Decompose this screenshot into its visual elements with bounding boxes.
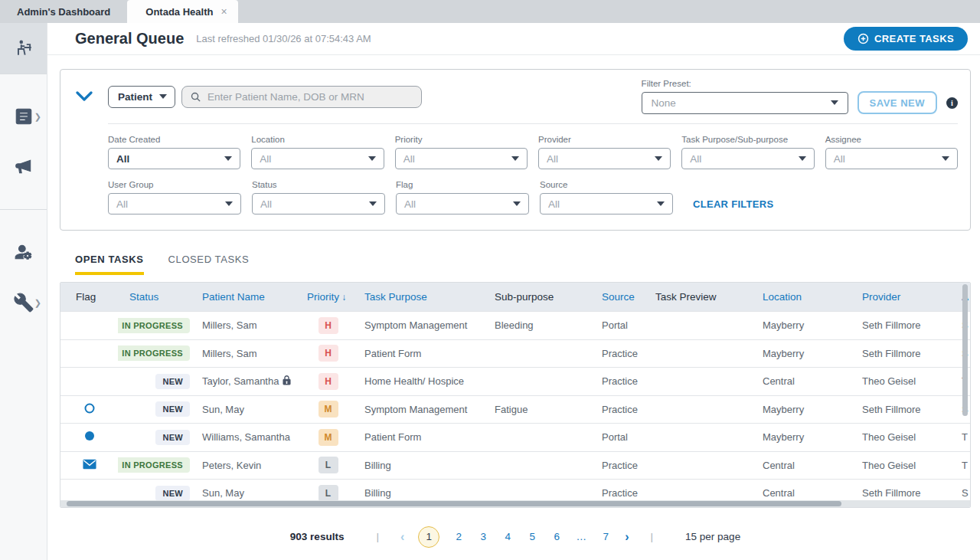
- next-page-button[interactable]: ›: [625, 530, 629, 544]
- cell-location: Central: [755, 460, 854, 471]
- cell-status: NEW: [118, 430, 194, 445]
- column-header-patient-name[interactable]: Patient Name: [194, 291, 299, 303]
- tab-ontada-health[interactable]: Ontada Health ×: [127, 0, 237, 23]
- cell-location: Mayberry: [755, 431, 854, 443]
- table-row[interactable]: NEWWilliams, SamanthaMPatient FormPortal…: [60, 423, 970, 451]
- priority-badge: H: [318, 373, 338, 390]
- filter-field-priority: PriorityAll: [395, 135, 528, 169]
- sidebar-item-documents[interactable]: ❯: [0, 91, 47, 142]
- sort-descending-icon: ↓: [339, 292, 346, 303]
- cell-assignee: T: [954, 431, 970, 443]
- filter-label: Location: [251, 135, 384, 144]
- filter-dropdown-date-created[interactable]: All: [108, 148, 240, 169]
- vertical-scrollbar[interactable]: [962, 284, 968, 416]
- column-header-location[interactable]: Location: [755, 291, 854, 303]
- sidebar-item-queue[interactable]: [0, 23, 47, 74]
- page-button-3[interactable]: 3: [478, 531, 488, 542]
- page-button-6[interactable]: 6: [551, 531, 562, 542]
- collapse-filters-button[interactable]: [60, 91, 108, 102]
- priority-badge: H: [318, 345, 338, 362]
- status-badge: IN PROGRESS: [118, 345, 190, 361]
- caret-down-icon: [799, 156, 806, 161]
- filter-dropdown-flag[interactable]: All: [396, 193, 529, 215]
- table-row[interactable]: NEWTaylor, SamanthaHHome Health/ Hospice…: [60, 367, 970, 395]
- sidebar-item-announcements[interactable]: [0, 142, 47, 192]
- column-header-task-purpose[interactable]: Task Purpose: [357, 291, 487, 303]
- cell-patient-name: Millers, Sam: [194, 319, 299, 331]
- clear-filters-link[interactable]: CLEAR FILTERS: [693, 198, 774, 210]
- sidebar-item-tools[interactable]: ❯: [0, 277, 47, 328]
- cell-provider: Seth Fillmore: [854, 487, 954, 499]
- filter-dropdown-location[interactable]: All: [251, 148, 384, 169]
- column-header-sub-purpose: Sub-purpose: [487, 291, 594, 303]
- page-ellipsis: …: [576, 531, 586, 542]
- close-icon[interactable]: ×: [220, 6, 227, 17]
- page-button-5[interactable]: 5: [527, 531, 537, 542]
- filter-dropdown-provider[interactable]: All: [538, 148, 671, 169]
- table-row[interactable]: IN PROGRESSPeters, KevinLBillingPractice…: [60, 451, 970, 480]
- caret-down-icon: [942, 156, 949, 161]
- filter-dropdown-task-purpose-sub-purpose[interactable]: All: [681, 148, 814, 169]
- horizontal-scrollbar[interactable]: [67, 501, 841, 506]
- filter-dropdown-assignee[interactable]: All: [825, 148, 958, 169]
- filter-preset-dropdown[interactable]: None: [642, 92, 848, 114]
- cell-location: Mayberry: [755, 319, 854, 331]
- table-row[interactable]: IN PROGRESSMillers, SamHPatient FormPrac…: [60, 339, 970, 368]
- tab-admins-dashboard[interactable]: Admin's Dashboard: [0, 0, 127, 23]
- previous-page-button[interactable]: ‹: [400, 530, 404, 544]
- filter-label: Assignee: [825, 135, 958, 144]
- column-header-status[interactable]: Status: [118, 291, 194, 303]
- search-icon: [190, 91, 201, 103]
- cell-flag[interactable]: [60, 458, 118, 473]
- create-tasks-button[interactable]: CREATE TASKS: [844, 27, 968, 51]
- table-row[interactable]: IN PROGRESSMillers, SamHSymptom Manageme…: [60, 311, 970, 339]
- filter-field-provider: ProviderAll: [538, 135, 671, 169]
- cell-source: Practice: [594, 375, 648, 387]
- results-count: 903 results: [290, 531, 345, 542]
- page-button-7[interactable]: 7: [600, 531, 611, 542]
- cell-provider: Seth Fillmore: [854, 348, 954, 359]
- sidebar-item-user-management[interactable]: [0, 227, 47, 277]
- page-button-4[interactable]: 4: [502, 531, 513, 542]
- search-input[interactable]: [207, 91, 413, 103]
- cell-flag[interactable]: [60, 430, 118, 444]
- status-badge: NEW: [155, 430, 190, 445]
- filter-dropdown-user-group[interactable]: All: [108, 193, 241, 215]
- cell-sub-purpose: Fatigue: [487, 404, 594, 415]
- search-type-dropdown[interactable]: Patient: [108, 86, 175, 108]
- cell-patient-name: Sun, May: [194, 487, 299, 499]
- filter-preset-label: Filter Preset:: [642, 79, 958, 88]
- status-badge: NEW: [155, 401, 190, 417]
- table-row[interactable]: NEWSun, MayMSymptom ManagementFatiguePra…: [60, 395, 970, 424]
- column-header-source[interactable]: Source: [594, 291, 648, 303]
- column-header-provider[interactable]: Provider: [854, 291, 954, 303]
- cell-flag[interactable]: [60, 402, 118, 417]
- filter-dropdown-source[interactable]: All: [540, 193, 673, 215]
- plus-circle-icon: [858, 33, 869, 44]
- filter-label: Task Purpose/Sub-purpose: [681, 135, 814, 144]
- filter-label: User Group: [108, 180, 241, 189]
- flag-circle-filled-icon: [83, 430, 96, 442]
- cell-location: Central: [755, 487, 854, 499]
- tab-closed-tasks[interactable]: CLOSED TASKS: [168, 254, 250, 275]
- agent-desk-icon: [14, 38, 34, 58]
- filter-field-flag: FlagAll: [396, 180, 529, 215]
- page-title: General Queue: [75, 30, 184, 47]
- info-icon[interactable]: i: [946, 97, 958, 109]
- filter-dropdown-priority[interactable]: All: [395, 148, 528, 169]
- tab-open-tasks[interactable]: OPEN TASKS: [75, 254, 144, 275]
- cell-location: Central: [755, 375, 854, 387]
- save-new-button[interactable]: SAVE NEW: [858, 91, 937, 114]
- cell-patient-name: Millers, Sam: [194, 348, 299, 359]
- page-button-2[interactable]: 2: [453, 531, 464, 542]
- caret-down-icon: [513, 201, 521, 206]
- filter-dropdown-status[interactable]: All: [252, 193, 385, 215]
- page-button-1[interactable]: 1: [418, 526, 439, 548]
- cell-status: NEW: [118, 486, 194, 501]
- caret-down-icon: [159, 94, 167, 99]
- column-header-flag: Flag: [60, 291, 118, 303]
- patient-search: [181, 86, 422, 108]
- flag-envelope-icon: [83, 458, 96, 470]
- per-page-selector[interactable]: 15 per page: [685, 531, 740, 542]
- column-header-priority[interactable]: Priority ↓: [299, 291, 357, 303]
